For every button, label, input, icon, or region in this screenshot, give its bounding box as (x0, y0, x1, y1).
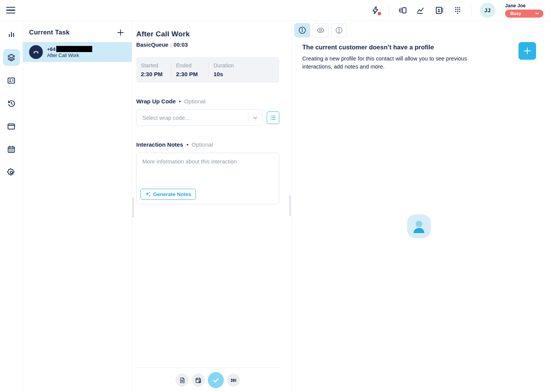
address-book-icon[interactable] (434, 5, 444, 15)
sidebar-item-tasks[interactable] (3, 49, 20, 66)
wrap-code-placeholder: Select wrap code... (142, 115, 189, 121)
task-stage-label: After Call Work (47, 53, 92, 58)
gear-icon (7, 168, 16, 177)
task-panel-title: Current Task (29, 29, 70, 36)
interaction-notes-input[interactable] (137, 153, 279, 185)
add-task-button[interactable] (116, 28, 125, 37)
interaction-notes-box: Generate Notes (136, 153, 279, 204)
current-task-panel: Current Task +64 After Call Work (23, 21, 132, 392)
tab-compare[interactable] (331, 23, 347, 38)
eye-icon (316, 26, 325, 34)
person-icon (407, 214, 431, 238)
notes-document-button[interactable] (176, 374, 189, 387)
history-icon (7, 99, 16, 108)
lightning-icon[interactable] (370, 5, 380, 15)
document-icon (179, 377, 186, 384)
divider (248, 113, 248, 122)
bar-chart-icon (7, 30, 16, 39)
plus-icon (523, 46, 532, 56)
no-profile-title: The current customer doesn’t have a prof… (302, 44, 485, 51)
panels-icon[interactable] (398, 5, 408, 15)
sidebar-item-calendar[interactable] (3, 141, 20, 158)
wrap-code-list-button[interactable] (267, 111, 279, 124)
sidebar-item-browser[interactable] (3, 118, 20, 135)
no-profile-description: Creating a new profile for this contact … (302, 55, 485, 71)
call-avatar (29, 45, 43, 59)
info-icon (298, 26, 306, 34)
plus-icon (117, 29, 124, 36)
sparkle-icon (145, 191, 151, 197)
acw-footer (132, 368, 292, 392)
notification-dot (378, 12, 381, 15)
redacted-phone-number (56, 46, 92, 52)
profile-tabs (292, 21, 551, 38)
generate-notes-label: Generate Notes (153, 191, 191, 197)
complete-task-button[interactable] (208, 372, 224, 388)
user-name: Jane Joe (505, 3, 526, 8)
chevron-down-icon (535, 11, 540, 16)
phone-number-prefix: +64 (47, 46, 55, 52)
generate-notes-button[interactable]: Generate Notes (140, 189, 196, 200)
optional-label: Optional (184, 98, 205, 105)
queue-name: BasicQueue (136, 42, 168, 48)
phone-handset-icon (32, 48, 40, 56)
calendar-icon (7, 145, 16, 154)
sidebar-item-settings[interactable] (3, 164, 20, 181)
tab-view[interactable] (313, 23, 329, 38)
sidebar-item-metrics[interactable] (3, 26, 20, 43)
topbar: JJ Jane Joe Busy (0, 0, 551, 21)
skip-forward-icon (230, 377, 237, 384)
schedule-callback-button[interactable] (192, 374, 205, 387)
browser-icon (7, 122, 16, 131)
wrap-code-select[interactable]: Select wrap code... (136, 109, 263, 126)
split-circle-icon (335, 26, 343, 34)
optional-label: Optional (192, 141, 213, 148)
tab-info[interactable] (294, 23, 310, 38)
profile-placeholder-avatar (407, 214, 431, 238)
customer-profile-panel: The current customer doesn’t have a prof… (292, 21, 551, 392)
side-navigation (0, 21, 23, 392)
status-dropdown[interactable]: Busy (505, 10, 543, 18)
dialpad-icon[interactable] (453, 5, 463, 15)
stat-ended: Ended 2:30 PM (171, 62, 209, 77)
scrollbar-thumb[interactable] (132, 197, 134, 217)
page-title: After Call Work (136, 30, 279, 38)
create-profile-button[interactable] (518, 42, 536, 60)
chevron-down-icon (253, 115, 258, 121)
queue-and-timer: BasicQueue|00:03 (136, 42, 279, 48)
acw-timer: 00:03 (174, 42, 188, 48)
divider (471, 5, 471, 15)
layers-icon (7, 53, 16, 62)
check-icon (212, 376, 220, 384)
sidebar-item-contacts[interactable] (3, 72, 20, 89)
hamburger-menu-button[interactable] (6, 5, 17, 16)
wrap-up-code-label: Wrap Up Code (136, 98, 176, 105)
user-avatar[interactable]: JJ (480, 3, 495, 18)
scrollbar-thumb[interactable] (289, 195, 291, 216)
divider (389, 5, 389, 15)
contact-card-icon (7, 76, 16, 85)
sidebar-item-history[interactable] (3, 95, 20, 112)
after-call-work-panel: After Call Work BasicQueue|00:03 Started… (132, 21, 292, 392)
bullet-separator (179, 101, 181, 102)
stat-duration: Duration 10s (209, 62, 239, 77)
status-label: Busy (510, 11, 521, 16)
bullet-separator (187, 144, 188, 145)
interaction-notes-label: Interaction Notes (136, 141, 183, 148)
list-icon (270, 114, 276, 121)
task-list-item[interactable]: +64 After Call Work (23, 42, 132, 62)
line-chart-icon[interactable] (416, 5, 426, 15)
call-stats-box: Started 2:30 PM Ended 2:30 PM Duration 1… (136, 57, 279, 83)
calendar-clock-icon (195, 377, 202, 384)
divider (136, 368, 279, 368)
skip-button[interactable] (227, 374, 240, 387)
stat-started: Started 2:30 PM (136, 62, 171, 77)
